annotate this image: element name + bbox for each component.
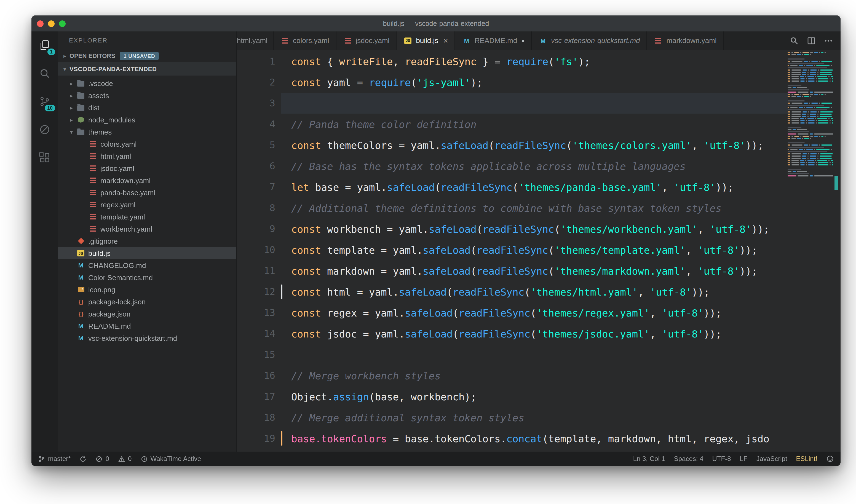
code-line-7[interactable]: 7let base = yaml.safeLoad(readFileSync('… [237,177,788,197]
minimap-segment [814,52,818,53]
tree-item-html-yaml[interactable]: html.yaml [58,150,236,162]
status-indentation[interactable]: Spaces: 4 [674,455,703,463]
tree-item-themes[interactable]: ▾themes [58,126,236,138]
tree-item-regex-yaml[interactable]: regex.yaml [58,199,236,211]
code-line-18[interactable]: 18// Merge additional syntax token style… [237,407,788,428]
tree-item-icon-png[interactable]: icon.png [58,284,236,295]
tree-item-package-json[interactable]: { }package.json [58,308,236,320]
open-editors-header[interactable]: ▸ OPEN EDITORS 1 UNSAVED [58,49,236,62]
tree-item-label: vsc-extension-quickstart.md [88,334,177,342]
zoom-button[interactable] [59,20,66,27]
tree-item-markdown-yaml[interactable]: markdown.yaml [58,174,236,186]
tab-markdown-yaml[interactable]: markdown.yaml [647,32,724,50]
tab-label: colors.yaml [293,36,329,45]
activity-search[interactable] [38,67,51,80]
status-cursor-position[interactable]: Ln 3, Col 1 [633,455,665,463]
minimap-segment [790,107,798,108]
tab-colors-yaml[interactable]: colors.yaml [273,32,336,50]
branch-icon [38,455,45,462]
tab-readme-md[interactable]: MREADME.md● [455,32,532,50]
tree-item-changelog-md[interactable]: MCHANGELOG.md [58,259,236,271]
code-line-12[interactable]: 12const html = yaml.safeLoad(readFileSyn… [237,281,788,302]
tree-item-vscode[interactable]: ▸.vscode [58,77,236,89]
scrollbar[interactable] [833,50,841,452]
project-section-header[interactable]: ▾ VSCODE-PANDA-EXTENDED [58,62,236,75]
status-branch[interactable]: master* [38,455,71,463]
minimap[interactable] [788,52,833,178]
activity-extensions[interactable] [38,151,51,164]
activity-source-control[interactable]: 10 [38,95,51,108]
tab-vsc-extension-quickstart-md[interactable]: Mvsc-extension-quickstart.md [532,32,647,50]
minimap-row [788,83,833,84]
tree-item-panda-base-yaml[interactable]: panda-base.yaml [58,186,236,199]
status-encoding[interactable]: UTF-8 [712,455,731,463]
tab-label: html.yaml [237,36,268,45]
chevron-down-icon: ▾ [67,129,76,135]
tree-item-label: README.md [88,322,131,330]
code-line-2[interactable]: 2const yaml = require('js-yaml'); [237,72,788,93]
minimap-segment [814,136,818,137]
code-line-3[interactable]: 3 [237,93,788,113]
search-icon [39,67,51,79]
minimap-segment [816,78,817,79]
code-line-15[interactable]: 15 [237,344,788,365]
code-line-17[interactable]: 17Object.assign(base, workbench); [237,386,788,407]
code-line-6[interactable]: 6// Base has the syntax tokens applicabl… [237,156,788,177]
minimap-segment [799,149,803,150]
tab-build-js[interactable]: JSbuild.js× [396,32,455,50]
tree-item-package-lock-json[interactable]: { }package-lock.json [58,295,236,308]
close-button[interactable] [37,20,43,27]
close-icon[interactable]: × [443,36,448,45]
minimap-segment [804,149,805,150]
action-split-editor[interactable] [807,36,816,45]
tab-jsdoc-yaml[interactable]: jsdoc.yaml [336,32,397,50]
minimap-segment [816,149,830,150]
status-eol[interactable]: LF [740,455,748,463]
code-line-5[interactable]: 5const themeColors = yaml.safeLoad(readF… [237,134,788,156]
tab-html-yaml[interactable]: html.yaml [237,32,273,50]
code-line-11[interactable]: 11const markdown = yaml.safeLoad(readFil… [237,260,788,281]
code-line-14[interactable]: 14const jsdoc = yaml.safeLoad(readFileSy… [237,323,788,344]
tree-item-readme-md[interactable]: MREADME.md [58,320,236,332]
minimize-button[interactable] [48,20,55,27]
tree-item-gitignore[interactable]: .gitignore [58,235,236,247]
code-editor[interactable]: 1const { writeFile, readFileSync } = req… [237,50,841,452]
status-feedback[interactable] [826,455,834,463]
tree-item-jsdoc-yaml[interactable]: jsdoc.yaml [58,162,236,174]
tree-item-node-modules[interactable]: ▸node_modules [58,113,236,126]
status-warnings[interactable]: 0 [118,455,131,463]
title-bar[interactable]: build.js — vscode-panda-extended [32,15,841,32]
status-wakatime[interactable]: WakaTime Active [140,455,201,463]
code-line-16[interactable]: 16// Merge workbench styles [237,365,788,386]
tree-item-color-semantics-md[interactable]: MColor Semantics.md [58,271,236,284]
action-open-preview[interactable] [790,36,799,45]
status-errors[interactable]: 0 [96,455,109,463]
minimap-segment [815,76,816,77]
code-line-13[interactable]: 13const regex = yaml.safeLoad(readFileSy… [237,302,788,323]
code-line-10[interactable]: 10const template = yaml.safeLoad(readFil… [237,239,788,260]
minimap-segment [819,94,820,95]
activity-debug[interactable] [38,123,51,136]
code-line-8[interactable]: 8// Additional theme definitions to comb… [237,197,788,218]
action-more-actions[interactable] [824,36,833,45]
status-sync[interactable] [80,455,87,462]
tree-item-dist[interactable]: ▸dist [58,102,236,113]
tree-item-template-yaml[interactable]: template.yaml [58,211,236,223]
status-language[interactable]: JavaScript [756,455,787,463]
minimap-segment [808,80,815,82]
status-eslint[interactable]: ESLint! [796,455,817,463]
folder-file-icon [76,91,86,100]
tree-item-colors-yaml[interactable]: colors.yaml [58,138,236,150]
code-line-1[interactable]: 1const { writeFile, readFileSync } = req… [237,51,788,72]
tree-item-assets[interactable]: ▸assets [58,89,236,102]
tree-item-vsc-extension-quickstart-md[interactable]: Mvsc-extension-quickstart.md [58,332,236,344]
activity-explorer[interactable]: 1 [38,39,51,52]
minimap-segment [791,76,799,77]
code-line-4[interactable]: 4// Panda theme color definition [237,113,788,134]
more-actions-icon [824,36,833,45]
code-line-9[interactable]: 9const workbench = yaml.safeLoad(readFil… [237,218,788,239]
code-line-19[interactable]: 19base.tokenColors = base.tokenColors.co… [237,428,788,449]
tree-item-workbench-yaml[interactable]: workbench.yaml [58,223,236,235]
minimap-segment [804,107,805,108]
tree-item-build-js[interactable]: JSbuild.js [58,247,236,259]
